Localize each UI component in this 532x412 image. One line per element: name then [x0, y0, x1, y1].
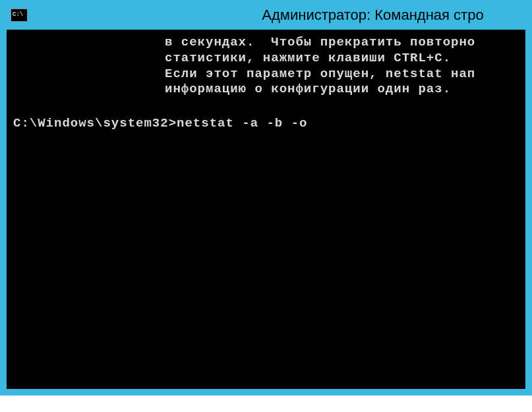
help-line-4: информацию о конфигурации один раз.: [13, 82, 519, 98]
console-icon-label: C:\: [13, 12, 23, 18]
titlebar[interactable]: C:\ Администратор: Командная стро: [0, 0, 532, 30]
prompt: C:\Windows\system32>: [13, 116, 177, 131]
help-line-2: статистики, нажмите клавиши CTRL+C.: [13, 51, 519, 67]
console-icon[interactable]: C:\: [11, 9, 28, 22]
command-line: C:\Windows\system32>netstat -a -b -o: [13, 116, 519, 132]
window-title: Администратор: Командная стро: [34, 7, 527, 24]
command-prompt-window: C:\ Администратор: Командная стро в секу…: [0, 0, 532, 396]
help-line-1: в секундах. Чтобы прекратить повторно: [13, 35, 519, 51]
help-line-3: Если этот параметр опущен, netstat нап: [13, 67, 519, 82]
console-area[interactable]: в секундах. Чтобы прекратить повторно ст…: [7, 30, 525, 389]
command-input[interactable]: netstat -a -b -o: [177, 116, 307, 131]
